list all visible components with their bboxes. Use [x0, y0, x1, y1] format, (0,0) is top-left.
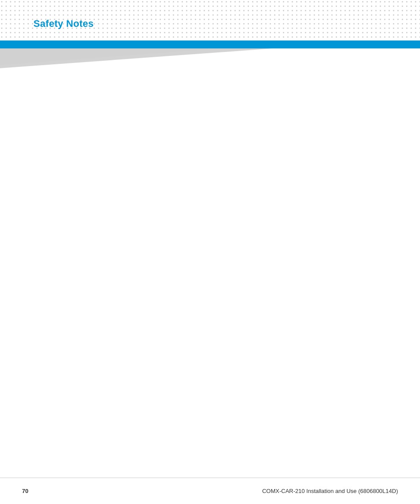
footer-document-title: COMX-CAR-210 Installation and Use (68068… [262, 488, 398, 494]
footer-page-number: 70 [22, 488, 28, 494]
blue-bar [0, 40, 420, 48]
page-title: Safety Notes [33, 18, 94, 29]
page-footer: 70 COMX-CAR-210 Installation and Use (68… [0, 478, 420, 504]
gray-triangle-decoration [0, 48, 420, 68]
main-content-area [0, 68, 420, 478]
